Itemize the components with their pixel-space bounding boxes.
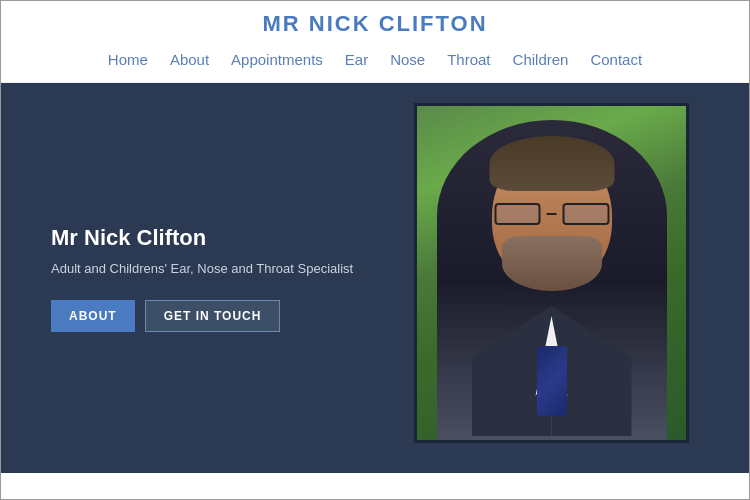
nav-appointments[interactable]: Appointments [231, 51, 323, 68]
hero-subtitle: Adult and Childrens' Ear, Nose and Throa… [51, 261, 699, 276]
beard-shape [502, 236, 602, 291]
nav-ear[interactable]: Ear [345, 51, 368, 68]
nav-home[interactable]: Home [108, 51, 148, 68]
about-button[interactable]: ABOUT [51, 300, 135, 332]
glass-right [562, 203, 609, 225]
hero-content: Mr Nick Clifton Adult and Childrens' Ear… [1, 185, 749, 372]
glasses-shape [494, 201, 609, 226]
contact-button[interactable]: GET IN TOUCH [145, 300, 281, 332]
hero-name: Mr Nick Clifton [51, 225, 699, 251]
nav-nose[interactable]: Nose [390, 51, 425, 68]
hero-section: Mr Nick Clifton Adult and Childrens' Ear… [1, 83, 749, 473]
glass-bridge [547, 213, 557, 215]
glass-left [494, 203, 541, 225]
nav-about[interactable]: About [170, 51, 209, 68]
nav-contact[interactable]: Contact [590, 51, 642, 68]
page-frame: MR NICK CLIFTON Home About Appointments … [0, 0, 750, 500]
tie-shape [537, 346, 567, 416]
nav-children[interactable]: Children [513, 51, 569, 68]
main-nav: Home About Appointments Ear Nose Throat … [1, 51, 749, 68]
nav-throat[interactable]: Throat [447, 51, 490, 68]
site-title: MR NICK CLIFTON [1, 11, 749, 37]
hair-shape [489, 136, 614, 191]
hero-buttons: ABOUT GET IN TOUCH [51, 300, 699, 332]
header: MR NICK CLIFTON Home About Appointments … [1, 1, 749, 83]
